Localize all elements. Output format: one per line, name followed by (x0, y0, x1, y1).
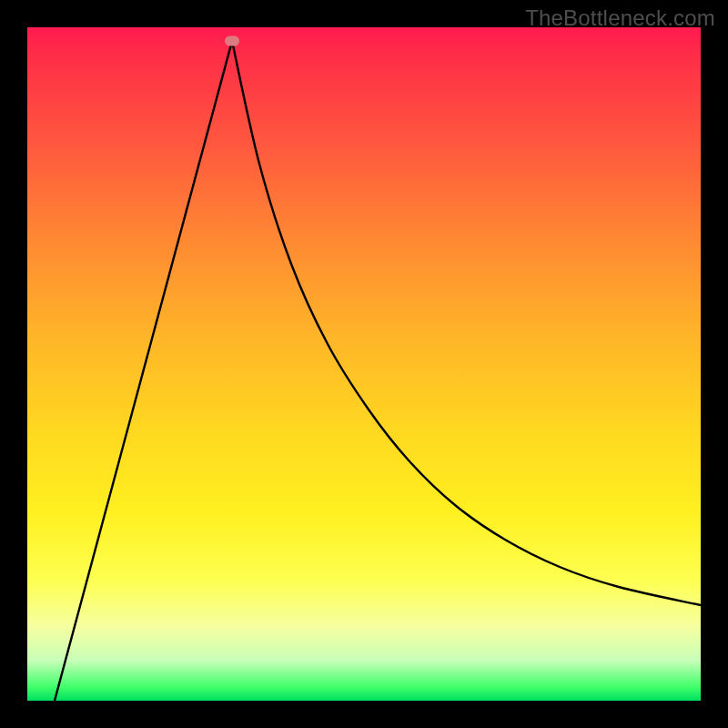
gradient-plot-area (27, 27, 701, 701)
optimal-point-marker (225, 36, 239, 46)
bottleneck-curve (27, 27, 701, 701)
